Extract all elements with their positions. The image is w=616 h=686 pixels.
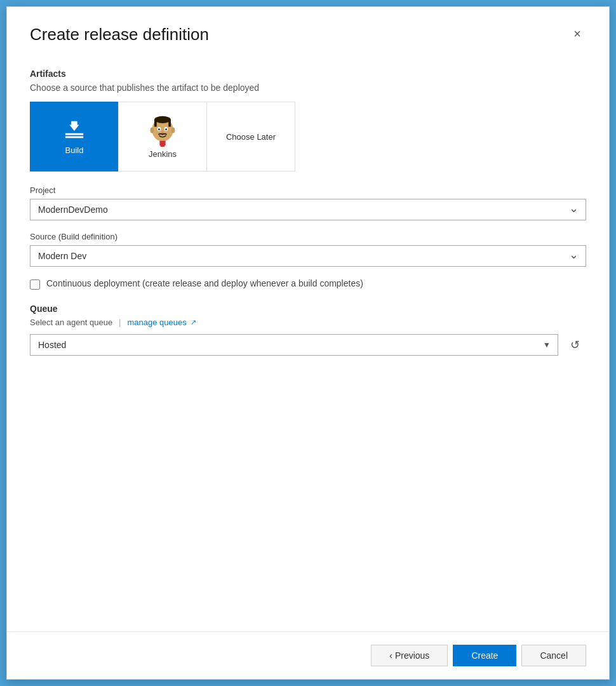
artifact-tiles-container: Build (30, 102, 586, 172)
manage-queues-link[interactable]: manage queues (128, 318, 187, 327)
tile-jenkins[interactable]: Jenkins (118, 102, 207, 172)
source-select-wrapper: Modern Dev (30, 245, 586, 267)
svg-rect-6 (154, 119, 157, 126)
build-icon (63, 119, 86, 142)
svg-point-5 (154, 116, 171, 123)
dialog-title: Create release definition (30, 25, 209, 44)
source-group: Source (Build definition) Modern Dev (30, 232, 586, 267)
refresh-button[interactable]: ↺ (563, 333, 586, 356)
project-select-wrapper: ModernDevDemo (30, 199, 586, 220)
jenkins-icon (147, 115, 178, 147)
artifacts-section-desc: Choose a source that publishes the artif… (30, 83, 586, 93)
svg-point-12 (158, 128, 160, 130)
create-button[interactable]: Create (453, 645, 516, 666)
project-group: Project ModernDevDemo (30, 185, 586, 220)
svg-rect-0 (65, 133, 83, 135)
source-label: Source (Build definition) (30, 232, 586, 241)
tile-jenkins-label: Jenkins (149, 149, 177, 159)
dialog-header: Create release definition × (7, 7, 609, 51)
tile-build[interactable]: Build (30, 102, 119, 172)
artifacts-section-label: Artifacts (30, 69, 586, 79)
svg-point-8 (151, 127, 154, 133)
queue-select-row: Hosted ↺ (30, 333, 586, 356)
svg-marker-2 (69, 121, 79, 130)
dialog-footer: ‹ Previous Create Cancel (7, 631, 609, 679)
external-link-icon: ↗ (191, 318, 196, 326)
previous-button[interactable]: ‹ Previous (371, 645, 448, 666)
svg-point-13 (165, 128, 167, 130)
svg-rect-1 (65, 136, 83, 138)
tile-build-label: Build (65, 145, 84, 155)
dialog-body: Artifacts Choose a source that publishes… (7, 51, 609, 631)
source-select[interactable]: Modern Dev (30, 245, 586, 267)
close-button[interactable]: × (568, 25, 586, 43)
continuous-deployment-row: Continuous deployment (create release an… (30, 278, 586, 290)
create-release-dialog: Create release definition × Artifacts Ch… (6, 6, 610, 680)
svg-point-14 (161, 131, 164, 133)
svg-rect-7 (168, 119, 171, 126)
queue-desc-row: Select an agent queue | manage queues ↗ (30, 318, 586, 327)
continuous-deployment-label[interactable]: Continuous deployment (create release an… (46, 278, 363, 288)
project-select[interactable]: ModernDevDemo (30, 199, 586, 220)
project-label: Project (30, 185, 586, 195)
queue-pipe: | (119, 318, 121, 327)
cancel-button[interactable]: Cancel (521, 645, 586, 666)
continuous-deployment-checkbox[interactable] (30, 279, 40, 290)
tile-choose-later-label: Choose Later (226, 132, 276, 142)
queue-select[interactable]: Hosted (30, 334, 558, 356)
queue-section-label: Queue (30, 304, 586, 314)
svg-point-9 (171, 127, 175, 133)
queue-desc-text: Select an agent queue (30, 318, 112, 327)
queue-select-wrapper: Hosted (30, 334, 558, 356)
tile-choose-later[interactable]: Choose Later (206, 102, 295, 172)
